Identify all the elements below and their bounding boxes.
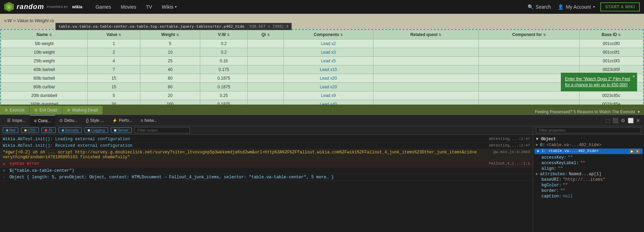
cell-link[interactable]: Lead x9 xyxy=(321,93,336,98)
col-components[interactable]: Components ⇅ xyxy=(284,30,373,39)
settings-button[interactable]: ⚙ xyxy=(620,117,626,124)
filter-net[interactable]: Net xyxy=(3,127,18,133)
devtools-body: Net CSS JS Security xyxy=(0,126,644,232)
table-cell xyxy=(373,65,478,74)
selected-action-1[interactable]: ▶ xyxy=(629,149,634,154)
tab-walking-dead[interactable]: Walking Dead xyxy=(62,106,103,114)
tab-debugger[interactable]: ⊙ Debu... xyxy=(55,115,82,126)
table-cell: 7 xyxy=(88,65,140,74)
tab-exorcist[interactable]: Exorcist xyxy=(0,106,30,114)
table-cell: 001cc0f1 xyxy=(579,48,643,57)
table-cell xyxy=(373,39,478,48)
cell-link[interactable]: Lead x20 xyxy=(320,76,337,81)
close-devtools-button[interactable]: ✕ xyxy=(635,117,641,124)
selected-action-2[interactable]: ✕ xyxy=(635,149,640,154)
cell-link[interactable]: Lead x5 xyxy=(321,59,336,63)
site-logo-text: random xyxy=(17,3,44,11)
col-component-for[interactable]: Component for ⇅ xyxy=(479,30,580,39)
table-cell: 15 xyxy=(88,74,140,83)
description-text: v:W = Value to Weight ra xyxy=(0,16,58,25)
filter-server[interactable]: Server xyxy=(111,127,132,133)
tab-network[interactable]: ≡ Netw... xyxy=(136,115,161,126)
tab-inspector[interactable]: ☰ Inspe... xyxy=(3,115,30,126)
dock-side-button[interactable]: ⬛ xyxy=(612,117,618,124)
col-base-id[interactable]: Base ID ⇅ xyxy=(579,30,643,39)
nav-tv[interactable]: TV xyxy=(141,0,157,14)
table-cell: 5 xyxy=(88,91,140,100)
tab-evil-dead[interactable]: Evil Dead xyxy=(30,106,62,114)
table-cell xyxy=(373,83,478,91)
tab-style-editor[interactable]: {} Style ... xyxy=(82,115,108,126)
msg-text-5: $("table.va-table-center") xyxy=(9,168,530,173)
tab-exorcist-label: Exorcist xyxy=(10,108,25,113)
tab-performance[interactable]: ⚡ Perfo... xyxy=(108,115,136,126)
bottom-bar-text: Feeling Possessed? 5 Reasons to Watch Th… xyxy=(535,109,635,114)
cell-link[interactable]: Lead x10 xyxy=(320,67,337,72)
filter-logging[interactable]: Logging xyxy=(85,127,108,133)
table-cell: 0.16 xyxy=(200,57,248,65)
filter-js[interactable]: JS xyxy=(42,127,56,133)
console-msg-3: "#gwr[+0.2] uh oh ... script http://surv… xyxy=(0,149,533,161)
msg-source-2: abtesting,...:2:47 xyxy=(482,143,530,148)
props-filter-input[interactable] xyxy=(536,127,641,133)
col-value[interactable]: Value ⇅ xyxy=(88,30,140,39)
net-label: Net xyxy=(9,128,15,132)
search-icon: 🔍 xyxy=(528,4,533,10)
perf-icon: ⚡ xyxy=(112,118,117,123)
expand-arrow-6[interactable]: ← xyxy=(3,175,5,180)
cell-link[interactable]: Lead x20 xyxy=(320,84,337,89)
table-cell xyxy=(247,48,283,57)
attributes-expand[interactable]: ▶ xyxy=(536,172,538,176)
col-name[interactable]: Name ⇅ xyxy=(1,30,88,39)
align-key: align: xyxy=(541,166,556,171)
nav-wikis-label: Wikis xyxy=(162,4,173,10)
table-cell: 0.1875 xyxy=(200,74,248,83)
msg-text-3: "#gwr[+0.2] uh oh ... script http://surv… xyxy=(3,150,479,160)
col-qi[interactable]: QI ⇅ xyxy=(247,30,283,39)
border-val: "" xyxy=(560,188,565,193)
caption-key: caption: xyxy=(541,194,562,199)
col-weight[interactable]: Weight ⇅ xyxy=(140,30,200,39)
nav-movies[interactable]: Movies xyxy=(116,0,141,14)
filter-css[interactable]: CSS xyxy=(21,127,39,133)
table-cell: 80lb curlbar xyxy=(1,83,88,91)
prop-border: border: "" xyxy=(533,188,644,194)
nav-games[interactable]: Games xyxy=(91,0,116,14)
account-area[interactable]: 👤 My Account ▾ xyxy=(558,4,594,10)
ad-link[interactable]: Enter the "Watch Dogs 2" Film Fest for a… xyxy=(565,77,630,87)
selected-label: 1: <table.va-...402_hide> xyxy=(541,149,599,153)
table-cell: 20 xyxy=(140,91,200,100)
cell-link[interactable]: Lead x2 xyxy=(321,41,336,46)
cell-link[interactable]: Lead x3 xyxy=(321,50,336,55)
start-wiki-button[interactable]: START A WIKI xyxy=(600,2,640,11)
prop-align: align: "" xyxy=(533,166,644,171)
search-area[interactable]: 🔍 Search xyxy=(528,4,551,10)
collapse-icon-5[interactable]: » xyxy=(3,168,5,173)
dock-button[interactable]: ⬚ xyxy=(605,117,611,124)
js-label: JS xyxy=(48,128,53,132)
nav-wikis[interactable]: Wikis ▾ xyxy=(157,0,181,14)
baseuri-key: baseURI: xyxy=(541,177,562,182)
tab-walking-dead-label: Walking Dead xyxy=(72,108,98,113)
ad-close-button[interactable]: × xyxy=(633,74,635,79)
console-filter-input[interactable] xyxy=(134,127,190,133)
table-cell: Lead x20 xyxy=(284,83,373,91)
table-row: 40lb barbell7400.175Lead x100023c85f xyxy=(1,65,643,74)
item-0-expand[interactable]: ▶ xyxy=(536,143,538,147)
console-filter-bar: Net CSS JS Security xyxy=(0,126,533,135)
filter-security[interactable]: Security xyxy=(59,127,82,133)
align-val: "" xyxy=(558,166,563,171)
selected-actions: ▶ ✕ xyxy=(629,149,640,154)
data-table-container: Name ⇅ Value ⇅ Weight ⇅ V:W ⇅ QI ⇅ Compo… xyxy=(0,29,644,114)
selected-expand[interactable]: ▶ xyxy=(537,149,539,153)
col-vw[interactable]: V:W ⇅ xyxy=(200,30,248,39)
accesskey-val: "" xyxy=(568,155,573,160)
props-filter-bar xyxy=(533,126,644,135)
col-related-quest[interactable]: Related quest ⇅ xyxy=(373,30,478,39)
baseuri-val: "http://...items" xyxy=(563,177,605,182)
tab-console[interactable]: ≡ Cons... xyxy=(30,115,55,126)
console-icon: ≡ xyxy=(34,118,36,123)
expand-object-icon[interactable]: ▼ xyxy=(536,137,538,142)
expand-button[interactable]: ⬜ xyxy=(627,117,634,124)
css-label: CSS xyxy=(28,128,36,132)
